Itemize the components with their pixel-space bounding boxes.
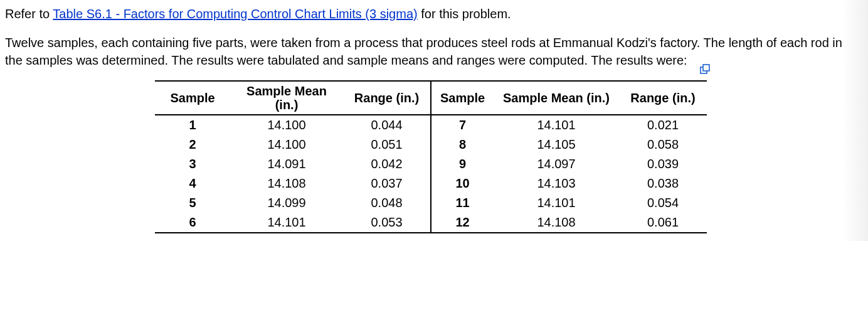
cell-mean: 14.100	[230, 135, 343, 154]
cell-range: 0.058	[619, 135, 707, 154]
cell-range: 0.044	[343, 115, 431, 135]
cell-range: 0.037	[343, 174, 431, 193]
intro-line: Refer to Table S6.1 - Factors for Comput…	[5, 5, 857, 23]
cell-range: 0.053	[343, 213, 431, 233]
cell-mean: 14.103	[494, 174, 619, 193]
cell-sample: 10	[431, 174, 494, 193]
cell-sample: 9	[431, 154, 494, 174]
cell-mean: 14.101	[494, 115, 619, 135]
table-row: 6 14.101 0.053 12 14.108 0.061	[155, 213, 707, 233]
cell-mean: 14.101	[230, 213, 343, 233]
cell-mean: 14.099	[230, 193, 343, 213]
cell-range: 0.051	[343, 135, 431, 154]
popout-icon[interactable]	[699, 64, 711, 75]
table-reference-link[interactable]: Table S6.1 - Factors for Computing Contr…	[53, 7, 417, 21]
cell-range: 0.048	[343, 193, 431, 213]
cell-mean: 14.105	[494, 135, 619, 154]
table-row: 3 14.091 0.042 9 14.097 0.039	[155, 154, 707, 174]
cell-mean: 14.097	[494, 154, 619, 174]
cell-mean: 14.101	[494, 193, 619, 213]
cell-sample: 4	[155, 174, 230, 193]
cell-range: 0.021	[619, 115, 707, 135]
col-range-left: Range (in.)	[343, 81, 431, 115]
svg-rect-1	[703, 65, 709, 71]
cell-range: 0.061	[619, 213, 707, 233]
cell-sample: 7	[431, 115, 494, 135]
col-mean-right: Sample Mean (in.)	[494, 81, 619, 115]
cell-range: 0.054	[619, 193, 707, 213]
col-mean-left: Sample Mean (in.)	[230, 81, 343, 115]
col-mean-left-l2: (in.)	[234, 98, 339, 112]
col-mean-left-l1: Sample Mean	[234, 84, 339, 98]
cell-sample: 3	[155, 154, 230, 174]
cell-sample: 5	[155, 193, 230, 213]
cell-mean: 14.108	[494, 213, 619, 233]
cell-mean: 14.100	[230, 115, 343, 135]
cell-sample: 11	[431, 193, 494, 213]
cell-range: 0.038	[619, 174, 707, 193]
intro-prefix: Refer to	[5, 7, 53, 21]
cell-sample: 6	[155, 213, 230, 233]
cell-sample: 12	[431, 213, 494, 233]
table-row: 5 14.099 0.048 11 14.101 0.054	[155, 193, 707, 213]
intro-suffix: for this problem.	[418, 7, 511, 21]
col-range-right: Range (in.)	[619, 81, 707, 115]
cell-sample: 1	[155, 115, 230, 135]
table-row: 4 14.108 0.037 10 14.103 0.038	[155, 174, 707, 193]
cell-mean: 14.108	[230, 174, 343, 193]
table-row: 1 14.100 0.044 7 14.101 0.021	[155, 115, 707, 135]
cell-mean: 14.091	[230, 154, 343, 174]
table-header-row: Sample Sample Mean (in.) Range (in.) Sam…	[155, 81, 707, 115]
samples-table: Sample Sample Mean (in.) Range (in.) Sam…	[155, 80, 707, 233]
cell-range: 0.039	[619, 154, 707, 174]
col-sample-right: Sample	[431, 81, 494, 115]
cell-range: 0.042	[343, 154, 431, 174]
cell-sample: 2	[155, 135, 230, 154]
cell-sample: 8	[431, 135, 494, 154]
table-row: 2 14.100 0.051 8 14.105 0.058	[155, 135, 707, 154]
col-sample-left: Sample	[155, 81, 230, 115]
problem-paragraph: Twelve samples, each containing five par…	[5, 34, 857, 69]
